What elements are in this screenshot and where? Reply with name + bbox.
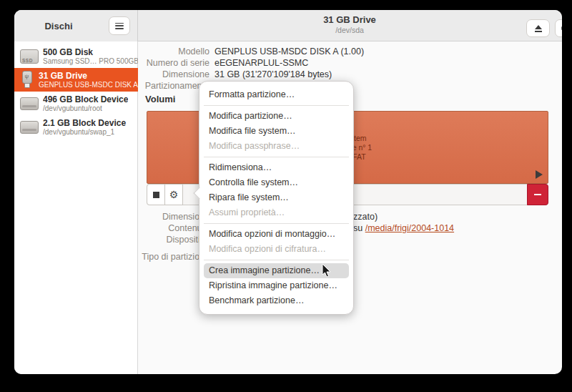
disk-title: 2.1 GB Block Device — [43, 118, 126, 128]
menu-item-change-passphrase: Modifica passphrase… — [204, 139, 349, 154]
serial-label: Numero di serie — [102, 58, 209, 68]
app-title: Dischi — [14, 10, 103, 41]
hamburger-icon — [115, 23, 124, 29]
app-menu-button[interactable] — [109, 16, 130, 35]
ssd-icon: SSD — [20, 49, 39, 64]
power-off-icon — [561, 24, 563, 33]
gear-icon: ⚙ — [169, 190, 179, 200]
gnome-disks-window: Dischi 31 GB Drive /dev/sda — [14, 10, 562, 374]
partition-size-value-fragment: zzato) — [353, 212, 378, 222]
sidebar-item-496gb-block-device[interactable]: 496 GB Block Device /dev/vgubuntu/root — [14, 92, 138, 115]
main-header: 31 GB Drive /dev/sda ✕ — [138, 10, 562, 41]
mount-point-link[interactable]: /media/frigi/2004-1014 — [365, 223, 454, 233]
partition-type-label: Tipo di partizione — [102, 252, 209, 262]
menu-item-benchmark-partition[interactable]: Benchmark partizione… — [204, 293, 349, 308]
eject-icon — [535, 25, 542, 32]
menu-item-repair-filesystem[interactable]: Ripara file system… — [204, 190, 349, 205]
menu-item-edit-encryption-options: Modifica opzioni di cifratura… — [204, 242, 349, 257]
menu-item-take-ownership: Assumi proprietà… — [204, 205, 349, 220]
desktop-background: Dischi 31 GB Drive /dev/sda — [0, 0, 572, 392]
mounted-indicator-icon — [536, 170, 543, 179]
partition-options-button[interactable]: ⚙ — [164, 184, 183, 205]
drive-header-title: 31 GB Drive /dev/sda — [257, 14, 443, 35]
titlebar: Dischi 31 GB Drive /dev/sda — [14, 10, 562, 41]
model-label: Modello — [102, 46, 209, 57]
menu-item-edit-mount-options[interactable]: Modifica opzioni di montaggio… — [204, 227, 349, 242]
partition-device-label: Dispositivo — [102, 235, 209, 245]
block-device-icon — [20, 121, 39, 134]
serial-value: eEGENARPLUL-SSMC — [214, 58, 308, 68]
drive-subtitle: /dev/sda — [257, 26, 443, 35]
model-value: GENPLUS USB-MSDC DISK A (1.00) — [214, 46, 364, 57]
menu-item-check-filesystem[interactable]: Controlla file system… — [204, 175, 349, 190]
menu-item-restore-partition-image[interactable]: Ripristina immagine partizione… — [204, 278, 349, 293]
menu-item-resize[interactable]: Ridimensiona… — [204, 160, 349, 175]
sidebar-item-2gb-block-device[interactable]: 2.1 GB Block Device /dev/vgubuntu/swap_1 — [14, 115, 138, 139]
menu-item-create-partition-image[interactable]: Crea immagine partizione… — [204, 263, 349, 278]
menu-item-edit-filesystem[interactable]: Modifica file system… — [204, 124, 349, 139]
menu-item-edit-partition[interactable]: Modifica partizione… — [204, 109, 349, 124]
partition-content-value-fragment: su /media/frigi/2004-1014 — [353, 223, 454, 233]
disk-subtitle: /dev/vgubuntu/root — [43, 104, 128, 113]
disk-list-sidebar: SSD 500 GB Disk Samsung SSD… PRO 500GB ψ… — [14, 41, 138, 374]
size-label: Dimensione — [102, 69, 209, 79]
power-off-button[interactable] — [555, 19, 562, 37]
menu-separator — [204, 105, 349, 106]
partition-context-menu: Formatta partizione… Modifica partizione… — [199, 81, 354, 315]
disk-subtitle: /dev/vgubuntu/swap_1 — [43, 128, 126, 137]
menu-separator — [204, 223, 349, 224]
usb-drive-icon: ψ — [20, 71, 34, 89]
partition-content-label: Contenuto — [102, 223, 209, 233]
disk-title: 496 GB Block Device — [43, 94, 128, 104]
delete-partition-button[interactable] — [527, 184, 548, 205]
menu-separator — [204, 260, 349, 260]
volumes-header: Volumi — [145, 94, 175, 104]
stop-icon — [153, 192, 159, 198]
menu-item-format-partition[interactable]: Formatta partizione… — [204, 87, 349, 102]
mounted-on-prefix: su — [353, 223, 365, 233]
partition-size-label: Dimensione — [102, 212, 209, 222]
size-value: 31 GB (31'270'109'184 bytes) — [214, 69, 332, 79]
drive-title: 31 GB Drive — [257, 14, 443, 26]
eject-button[interactable] — [526, 19, 550, 37]
sidebar-header: Dischi — [14, 10, 138, 41]
unmount-button[interactable] — [147, 184, 165, 205]
minus-icon — [534, 194, 541, 195]
menu-separator — [204, 157, 349, 157]
block-device-icon — [20, 97, 39, 110]
partitioning-label: Partizionamento — [102, 81, 209, 91]
